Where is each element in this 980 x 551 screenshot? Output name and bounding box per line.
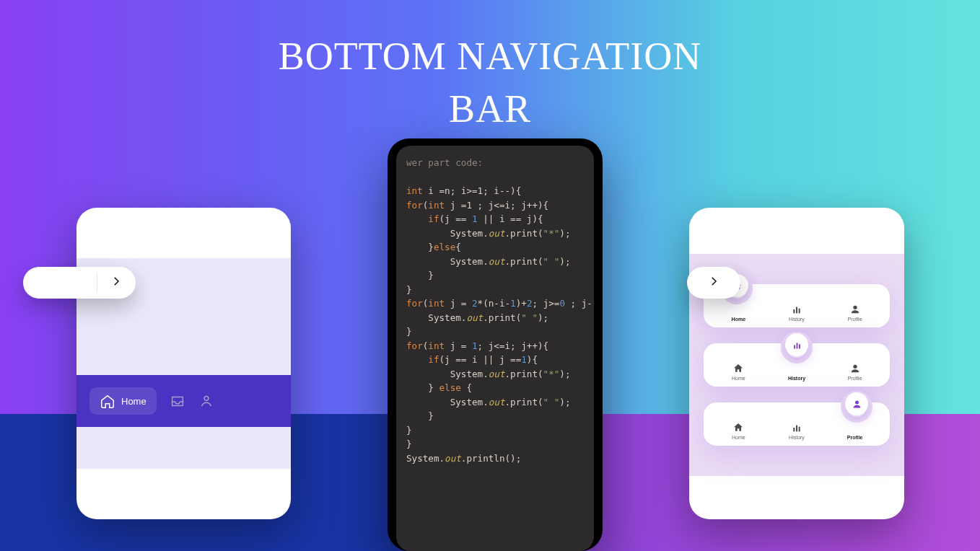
code-kw: for xyxy=(406,298,423,309)
code-kw: else xyxy=(434,242,455,252)
code-text: { xyxy=(461,382,472,393)
code-str: " " xyxy=(543,397,560,407)
nav-label: Profile xyxy=(847,435,863,440)
home-icon xyxy=(732,304,744,315)
nav-item-profile[interactable]: Profile xyxy=(826,363,884,381)
svg-point-8 xyxy=(853,365,857,369)
nav-item-history[interactable]: History xyxy=(768,422,826,440)
nav-label: History xyxy=(789,317,805,322)
inbox-icon[interactable] xyxy=(170,393,185,409)
home-icon xyxy=(100,393,115,409)
nav-item-home[interactable]: Home xyxy=(709,304,767,322)
code-text: || i == j){ xyxy=(478,213,543,224)
nav-fab-history[interactable] xyxy=(785,333,808,356)
code-field: out xyxy=(489,369,505,379)
svg-point-4 xyxy=(853,306,857,309)
title-line-2: BAR xyxy=(0,83,980,136)
nav-item-home[interactable]: Home xyxy=(709,422,767,440)
bottom-nav-bar-fab-profile: Home History Profile xyxy=(704,402,890,446)
code-text: i =n; i>=1; i--){ xyxy=(423,185,521,196)
mockup-card-right: Home History Profile Home Hist xyxy=(689,208,904,519)
code-text: } xyxy=(406,382,439,393)
code-text: j = xyxy=(445,298,472,309)
code-text: ); xyxy=(559,228,570,239)
code-num: 1 xyxy=(472,340,478,351)
svg-rect-1 xyxy=(793,309,795,313)
code-kw: for xyxy=(406,340,423,351)
code-num: 1 xyxy=(521,354,527,365)
user-icon xyxy=(849,363,861,374)
nav-item-history[interactable]: History xyxy=(768,304,826,322)
nav-item-profile[interactable]: Profile xyxy=(826,304,884,322)
code-text: } xyxy=(406,326,412,337)
code-field: out xyxy=(445,453,461,464)
user-icon xyxy=(849,304,861,315)
user-icon[interactable] xyxy=(198,393,214,409)
code-str: " " xyxy=(521,312,538,323)
nav-label: Home xyxy=(732,376,745,381)
code-kw: int xyxy=(428,298,445,309)
nav-item-history[interactable]: History xyxy=(768,363,826,381)
nav-label: Home xyxy=(732,435,745,440)
home-icon xyxy=(732,422,744,433)
code-field: out xyxy=(489,228,505,239)
code-text: System. xyxy=(406,228,489,239)
code-text: (j == xyxy=(439,213,473,224)
home-icon xyxy=(732,363,744,374)
code-str: "*" xyxy=(543,369,560,379)
code-text: (j == i || j == xyxy=(439,354,522,365)
code-text: ); xyxy=(559,397,570,407)
code-kw: int xyxy=(406,185,423,196)
code-text: .print( xyxy=(483,312,521,323)
svg-point-9 xyxy=(855,400,859,404)
code-text: ; j<=i; j++){ xyxy=(478,340,549,351)
code-text: .println(); xyxy=(461,453,521,464)
svg-rect-6 xyxy=(796,343,797,348)
code-text: } xyxy=(406,410,434,421)
nav-item-home[interactable]: Home xyxy=(709,363,767,381)
code-kw: int xyxy=(428,340,445,351)
chart-icon xyxy=(791,304,802,315)
code-field: out xyxy=(466,312,483,323)
code-field: out xyxy=(489,397,505,407)
nav-label: Home xyxy=(732,317,745,322)
code-text: j =1 ; j<=i; j++){ xyxy=(445,200,548,211)
nav-fab-profile[interactable] xyxy=(845,392,868,415)
code-text: *(n-i- xyxy=(478,298,511,309)
svg-rect-2 xyxy=(796,307,797,314)
mockup-card-left: Home xyxy=(76,208,291,519)
svg-rect-3 xyxy=(799,309,800,314)
nav-item-home-label: Home xyxy=(121,396,146,407)
code-text: )+ xyxy=(516,298,527,309)
code-text xyxy=(406,213,428,224)
nav-item-profile[interactable]: Profile xyxy=(826,422,884,440)
bottom-nav-bar-fab-history: Home History Profile xyxy=(704,343,890,387)
code-text: } xyxy=(406,284,412,295)
code-editor-screen: wer part code: int i =n; i>=1; i--){ for… xyxy=(396,146,594,551)
code-num: 0 xyxy=(559,298,565,309)
title-line-1: BOTTOM NAVIGATION xyxy=(0,30,980,83)
code-text: ); xyxy=(559,369,570,379)
svg-rect-11 xyxy=(796,426,797,432)
code-num: 1 xyxy=(510,298,516,309)
code-num: 1 xyxy=(472,213,478,224)
code-text: } xyxy=(406,438,412,449)
code-text: .print( xyxy=(504,369,543,379)
code-kw: else xyxy=(439,382,461,393)
code-text: j = xyxy=(445,340,472,351)
code-text: .print( xyxy=(504,228,543,239)
svg-rect-5 xyxy=(794,345,795,348)
nav-label: Profile xyxy=(848,376,862,381)
code-text: ){ xyxy=(527,354,538,365)
carousel-next-button-right[interactable] xyxy=(687,267,740,299)
code-kw: if xyxy=(428,354,439,365)
code-str: " " xyxy=(543,256,560,267)
code-text: System. xyxy=(406,256,489,267)
code-comment: wer part code: xyxy=(406,157,483,168)
carousel-next-button-left[interactable] xyxy=(23,267,136,299)
code-text: .print( xyxy=(504,256,543,267)
code-text: { xyxy=(455,242,461,252)
nav-item-home[interactable]: Home xyxy=(89,387,157,415)
svg-point-0 xyxy=(204,396,209,400)
code-text: System. xyxy=(406,453,445,464)
